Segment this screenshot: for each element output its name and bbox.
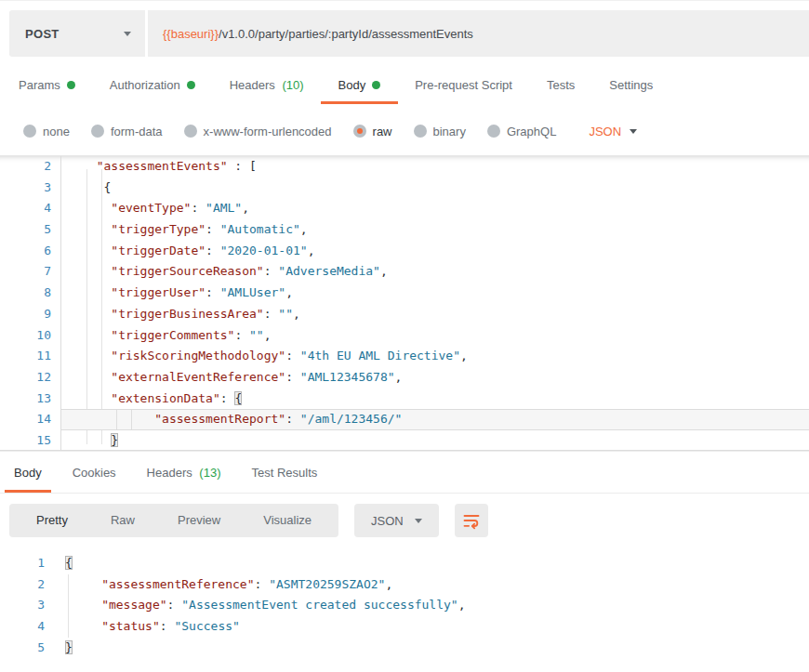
method-dropdown[interactable]: POST — [9, 10, 145, 57]
line-text: "assessmentReference": "ASMT20259SZAO2", — [56, 574, 809, 596]
green-dot-icon — [67, 81, 75, 89]
tab-settings[interactable]: Settings — [609, 72, 653, 104]
code-line: 2 "assessmentReference": "ASMT20259SZAO2… — [0, 574, 809, 596]
url-path: /v1.0.0/party/parties/:partyId/assessmen… — [219, 27, 473, 41]
url-input[interactable]: {{baseuri}}/v1.0.0/party/parties/:partyI… — [148, 10, 809, 57]
line-text: { — [61, 178, 809, 199]
indent-guide — [116, 410, 117, 429]
body-language-dropdown[interactable]: JSON — [589, 125, 637, 138]
radio-graphql[interactable]: GraphQL — [487, 125, 556, 138]
line-text: "eventType": "AML", — [61, 198, 809, 219]
tab-params[interactable]: Params — [19, 72, 75, 104]
chevron-down-icon — [630, 129, 637, 134]
line-text: "riskScoringMethodology": "4th EU AML Di… — [61, 346, 809, 367]
green-dot-icon — [372, 81, 380, 89]
line-number: 12 — [0, 367, 61, 389]
code-line: 10 "triggerComments": "", — [0, 325, 809, 347]
radio-binary[interactable]: binary — [414, 125, 466, 138]
wrap-lines-button[interactable] — [455, 504, 488, 537]
radio-button-icon — [184, 125, 197, 138]
tab-tests[interactable]: Tests — [547, 72, 575, 104]
line-text: "assessmentReport": "/aml/123456/" — [61, 409, 809, 430]
tab-cookies[interactable]: Cookies — [73, 462, 116, 493]
code-line: 3 { — [0, 178, 809, 199]
tab-headers[interactable]: Headers (10) — [230, 72, 304, 104]
response-view-switch: PrettyRawPreviewVisualize — [9, 504, 338, 537]
tab-body[interactable]: Body — [338, 72, 381, 104]
line-text: { — [56, 553, 809, 574]
response-section: BodyCookiesHeaders (13)Test Results Pret… — [0, 451, 809, 662]
line-number: 5 — [0, 219, 61, 241]
view-preview[interactable]: Preview — [156, 504, 242, 537]
line-text: } — [56, 638, 809, 659]
response-tabs: BodyCookiesHeaders (13)Test Results — [0, 452, 809, 494]
line-number: 4 — [0, 198, 61, 219]
line-number: 13 — [0, 389, 61, 410]
line-number: 7 — [0, 261, 61, 283]
request-url-bar: POST {{baseuri}}/v1.0.0/party/parties/:p… — [9, 10, 809, 57]
tab-authorization[interactable]: Authorization — [110, 72, 195, 104]
code-line: 4 "status": "Success" — [0, 616, 809, 638]
code-line: 8 "triggerUser": "AMLUser", — [0, 283, 809, 304]
line-number: 4 — [0, 616, 56, 638]
tab-label: Tests — [547, 78, 575, 92]
tab-count: (13) — [196, 466, 221, 480]
radio-label: none — [43, 125, 70, 138]
code-line: 5 "triggerType": "Automatic", — [0, 219, 809, 241]
radio-form-data[interactable]: form-data — [91, 125, 163, 138]
chevron-down-icon — [415, 519, 422, 523]
code-line: 15 } — [0, 430, 809, 451]
code-line: 9 "triggerBusinessArea": "", — [0, 304, 809, 325]
tab-label: Authorization — [110, 78, 180, 92]
radio-label: form-data — [111, 125, 163, 138]
line-number: 1 — [0, 553, 56, 574]
radio-none[interactable]: none — [23, 125, 70, 138]
response-language-label: JSON — [371, 514, 404, 528]
view-raw[interactable]: Raw — [89, 504, 156, 537]
tab-pre-request-script[interactable]: Pre-request Script — [415, 72, 512, 104]
radio-raw[interactable]: raw — [353, 125, 392, 138]
line-text: "triggerType": "Automatic", — [61, 219, 809, 241]
line-text: "externalEventReference": "AML12345678", — [61, 367, 809, 389]
line-number: 2 — [0, 156, 61, 178]
radio-button-icon — [23, 125, 36, 138]
code-line: 7 "triggerSourceReason": "AdverseMedia", — [0, 261, 809, 283]
view-visualize[interactable]: Visualize — [242, 504, 333, 537]
line-number: 14 — [0, 409, 61, 430]
line-number: 3 — [0, 595, 56, 616]
code-line: 12 "externalEventReference": "AML1234567… — [0, 367, 809, 389]
tab-test-results[interactable]: Test Results — [251, 462, 317, 493]
line-text: "triggerSourceReason": "AdverseMedia", — [61, 261, 809, 283]
line-text: "status": "Success" — [56, 616, 809, 638]
tab-count: (10) — [279, 78, 304, 92]
view-pretty[interactable]: Pretty — [15, 504, 89, 537]
wrap-text-icon — [462, 511, 481, 530]
radio-x-www-form-urlencoded[interactable]: x-www-form-urlencoded — [184, 125, 332, 138]
radio-label: binary — [433, 125, 466, 138]
tab-label: Headers — [230, 78, 275, 92]
line-text: "assessmentEvents" : [ — [61, 156, 809, 178]
request-body-editor[interactable]: 2 "assessmentEvents" : [3 {4 "eventType"… — [0, 155, 809, 451]
code-line: 5} — [0, 638, 809, 659]
line-text: "triggerDate": "2020-01-01", — [61, 241, 809, 262]
line-text: "triggerUser": "AMLUser", — [61, 283, 809, 304]
response-body-editor[interactable]: 1{2 "assessmentReference": "ASMT20259SZA… — [0, 548, 809, 662]
code-line: 1{ — [0, 553, 809, 574]
line-number: 8 — [0, 283, 61, 304]
request-tabs: ParamsAuthorizationHeaders (10)BodyPre-r… — [0, 72, 809, 104]
line-number: 2 — [0, 574, 56, 596]
tab-label: Pre-request Script — [415, 78, 512, 92]
line-text: } — [61, 430, 809, 451]
code-line: 11 "riskScoringMethodology": "4th EU AML… — [0, 346, 809, 367]
tab-label: Body — [338, 78, 366, 92]
tab-label: Settings — [609, 78, 653, 92]
radio-button-icon — [91, 125, 104, 138]
response-language-dropdown[interactable]: JSON — [354, 504, 439, 537]
url-variable: {{baseuri}} — [163, 27, 219, 41]
tab-headers[interactable]: Headers (13) — [147, 462, 221, 493]
code-line: 2 "assessmentEvents" : [ — [0, 156, 809, 178]
line-number: 5 — [0, 638, 56, 659]
tab-label: Test Results — [251, 466, 317, 480]
body-language-label: JSON — [589, 125, 621, 138]
tab-body[interactable]: Body — [14, 462, 42, 493]
